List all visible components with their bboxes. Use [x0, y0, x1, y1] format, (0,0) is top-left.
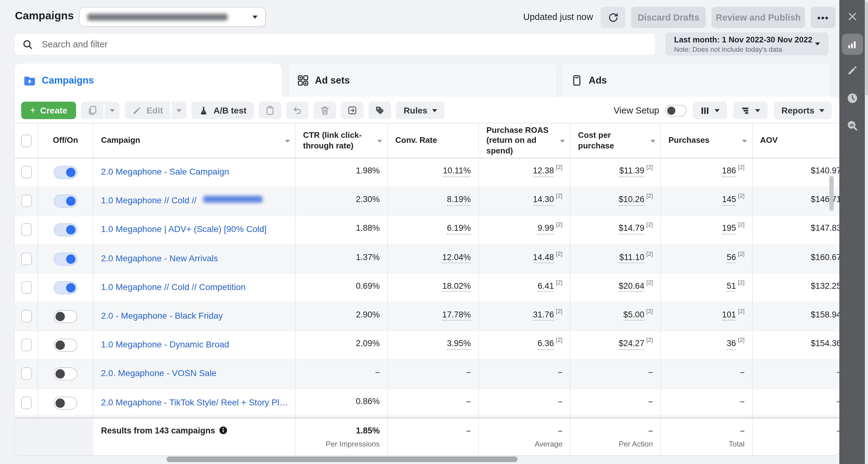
column-header-ctr[interactable]: CTR (link click-through rate) — [296, 123, 388, 158]
table-vertical-scrollbar-thumb[interactable] — [829, 176, 834, 211]
tab-ad-sets[interactable]: Ad sets — [289, 64, 556, 97]
row-checkbox[interactable] — [21, 166, 31, 178]
cell-purchase-roas: 14.48[2] — [479, 245, 570, 273]
footnote-marker: [2] — [556, 192, 562, 199]
column-header-conv-rate[interactable]: Conv. Rate — [388, 123, 479, 158]
column-header-campaign[interactable]: Campaign — [94, 123, 296, 158]
row-checkbox[interactable] — [21, 368, 31, 380]
edit-dropdown-button[interactable] — [170, 102, 187, 119]
table-row: 1.0 Megaphone // Cold // Competition 0.6… — [15, 274, 839, 303]
off-on-toggle[interactable] — [54, 224, 77, 237]
tab-campaigns-label: Campaigns — [42, 75, 94, 86]
footnote-marker: [2] — [738, 163, 745, 170]
campaign-name-cell: 1.0 Megaphone // Cold // — [94, 187, 296, 215]
create-button-label: Create — [40, 105, 67, 115]
campaign-link[interactable]: 2.0 Megaphone - Sale Campaign — [101, 166, 229, 177]
duplicate-button[interactable] — [81, 102, 103, 119]
table-row: 1.0 Megaphone - Dynamic Broad 2.09% 3.95… — [15, 331, 839, 360]
campaign-link[interactable]: 1.0 Megaphone // Cold // — [101, 195, 262, 205]
columns-button[interactable] — [693, 102, 727, 119]
cell-aov: – — [753, 389, 839, 417]
refresh-button[interactable] — [600, 7, 625, 28]
campaign-link[interactable]: 2.0 - Megaphone - Black Friday — [101, 311, 223, 320]
more-options-button[interactable]: ••• — [811, 7, 836, 28]
column-header-aov[interactable]: AOV — [753, 123, 839, 158]
rules-button[interactable]: Rules — [396, 102, 445, 119]
column-header-purchase-roas[interactable]: Purchase ROAS (return on ad spend) — [479, 123, 570, 158]
undo-button[interactable] — [286, 102, 309, 119]
charts-rail-button[interactable] — [841, 34, 863, 55]
duplicate-split-button — [81, 102, 120, 119]
trash-icon — [320, 105, 330, 115]
reports-button[interactable]: Reports — [774, 102, 832, 119]
off-on-toggle[interactable] — [54, 194, 77, 208]
clipboard-icon — [265, 105, 275, 115]
off-on-toggle[interactable] — [54, 310, 77, 323]
off-on-toggle[interactable] — [54, 281, 77, 295]
view-setup-toggle[interactable] — [665, 104, 686, 116]
edit-rail-button[interactable] — [846, 65, 858, 76]
cell-purchase-roas: 6.41[2] — [479, 274, 570, 302]
discard-drafts-button[interactable]: Discard Drafts — [631, 7, 706, 28]
row-toggle-cell — [38, 389, 94, 417]
export-pivot-button[interactable] — [341, 102, 364, 119]
cell-conv-rate: 18.02% — [388, 274, 479, 302]
search-input[interactable] — [40, 39, 606, 50]
ab-test-button[interactable]: A/B test — [192, 102, 254, 119]
delete-button[interactable] — [314, 102, 336, 119]
column-header-cost-per-purchase[interactable]: Cost per purchase — [570, 123, 661, 158]
account-selector[interactable] — [79, 7, 266, 27]
campaign-link[interactable]: 1.0 Megaphone - Dynamic Broad — [101, 339, 229, 349]
off-on-toggle[interactable] — [54, 166, 77, 179]
flask-icon — [199, 106, 209, 115]
campaign-link[interactable]: 2.0 Megaphone - New Arrivals — [101, 253, 218, 263]
inspect-rail-button[interactable] — [846, 120, 858, 132]
row-checkbox[interactable] — [21, 252, 31, 265]
tag-button[interactable] — [369, 102, 391, 119]
row-checkbox[interactable] — [21, 339, 31, 351]
ab-test-button-label: A/B test — [214, 105, 247, 115]
row-checkbox[interactable] — [21, 224, 31, 236]
breakdown-button[interactable] — [733, 102, 768, 119]
info-icon[interactable] — [219, 426, 227, 435]
column-header-off-on[interactable]: Off/On — [38, 123, 94, 158]
column-header-purchases[interactable]: Purchases — [661, 123, 753, 158]
footnote-marker: [2] — [556, 250, 562, 257]
campaign-link[interactable]: 1.0 Megaphone | ADV+ (Scale) [90% Cold] — [101, 224, 267, 234]
history-rail-button[interactable] — [846, 92, 858, 104]
row-checkbox[interactable] — [21, 396, 31, 409]
campaign-link[interactable]: 1.0 Megaphone // Cold // Competition — [101, 282, 246, 292]
edit-button[interactable]: Edit — [125, 102, 170, 119]
toggle-knob — [56, 370, 65, 379]
cell-purchases: 36[2] — [661, 331, 753, 359]
edit-split-button: Edit — [125, 102, 187, 119]
cell-cost-per-purchase: – — [570, 360, 661, 388]
window-scrollbar-thumb[interactable] — [865, 2, 868, 95]
campaign-link[interactable]: 2.0. Megaphone - VOSN Sale — [101, 368, 216, 378]
tab-campaigns[interactable]: Campaigns — [15, 64, 282, 97]
clipboard-button[interactable] — [259, 102, 282, 119]
row-checkbox[interactable] — [21, 310, 31, 322]
horizontal-scrollbar-thumb[interactable] — [166, 456, 518, 462]
duplicate-dropdown-button[interactable] — [103, 102, 120, 119]
create-button[interactable]: + Create — [21, 102, 76, 119]
cell-ctr: 0.86% — [296, 389, 388, 417]
account-name-redacted — [87, 13, 227, 20]
close-button[interactable] — [847, 11, 858, 22]
date-range-selector[interactable]: Last month: 1 Nov 2022-30 Nov 2022 Note:… — [665, 32, 829, 56]
select-all-checkbox[interactable] — [21, 134, 31, 147]
off-on-toggle[interactable] — [54, 368, 77, 381]
search-bar[interactable] — [15, 34, 655, 55]
row-checkbox[interactable] — [21, 281, 31, 294]
campaign-name-cell: 2.0 Megaphone - New Arrivals — [94, 245, 296, 273]
tab-ads[interactable]: Ads — [562, 64, 830, 97]
off-on-toggle[interactable] — [54, 396, 77, 409]
review-and-publish-button[interactable]: Review and Publish — [712, 7, 805, 28]
summary-cell-empty — [15, 418, 38, 455]
off-on-toggle[interactable] — [54, 339, 77, 352]
campaign-link[interactable]: 2.0 Megaphone - TikTok Style/ Reel + Sto… — [101, 397, 288, 407]
table-row: 2.0 Megaphone - New Arrivals 1.37% 12.04… — [15, 245, 839, 274]
duplicate-icon — [87, 105, 97, 115]
row-checkbox[interactable] — [21, 194, 31, 207]
off-on-toggle[interactable] — [54, 252, 77, 266]
